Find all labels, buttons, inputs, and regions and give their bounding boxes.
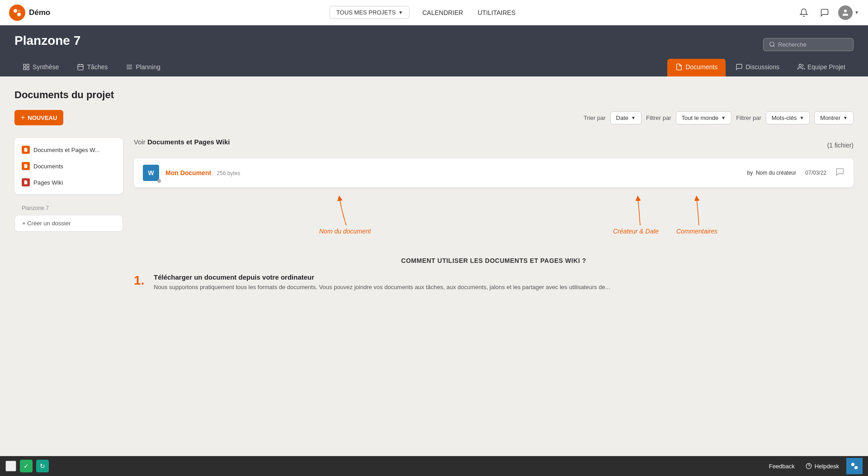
svg-rect-8 — [24, 67, 26, 70]
nav-center: TOUS MES PROJETS ▼ CALENDRIER UTILITAIRE… — [50, 6, 797, 19]
user-menu-btn[interactable]: ▼ — [838, 5, 859, 20]
tab-planning[interactable]: Planning — [118, 59, 169, 76]
create-folder-label: + Créer un dossier — [22, 220, 71, 227]
chevron-down-icon: ▼ — [854, 10, 859, 15]
folder-name: Documents et Pages Wiki — [147, 138, 230, 146]
svg-rect-7 — [27, 64, 29, 67]
tab-planning-label: Planning — [136, 63, 160, 71]
new-btn-label: NOUVEAU — [28, 114, 57, 121]
planning-icon — [126, 63, 133, 71]
create-folder-btn[interactable]: + Créer un dossier — [14, 215, 123, 232]
feedback-btn[interactable]: Feedback — [765, 461, 798, 471]
helpdesk-btn[interactable]: Helpdesk — [802, 461, 843, 471]
svg-point-20 — [851, 463, 854, 466]
doc-metadata: by Nom du créateur 07/03/22 — [747, 167, 844, 179]
project-title-row: Planzone 7 — [14, 33, 854, 55]
tab-taches[interactable]: Tâches — [69, 59, 116, 76]
all-projects-btn[interactable]: TOUS MES PROJETS ▼ — [330, 6, 410, 19]
filter2-value: Mots-clés — [772, 114, 797, 121]
see-label: Voir — [134, 138, 146, 146]
tab-taches-label: Tâches — [87, 63, 108, 71]
doc-main-area: Voir Documents et Pages Wiki (1 fichier)… — [134, 138, 854, 297]
right-tabs: Documents Discussions Equipe Projet — [667, 59, 854, 76]
new-button[interactable]: + NOUVEAU — [14, 110, 63, 125]
helpdesk-icon — [806, 463, 812, 469]
planzone-icon-btn[interactable] — [846, 458, 863, 474]
tab-synthese[interactable]: Synthèse — [14, 59, 67, 76]
sort-value: Date — [616, 114, 628, 121]
project-header: Planzone 7 Synthèse Tâches — [0, 25, 868, 76]
svg-line-5 — [774, 46, 775, 47]
tab-documents[interactable]: Documents — [667, 59, 726, 76]
doc-date: 07/03/22 — [805, 170, 826, 176]
chevron-down-icon: ▼ — [843, 115, 848, 120]
folder-list: Documents et Pages W... Documents Pages … — [14, 138, 123, 194]
svg-point-2 — [18, 10, 20, 12]
doc-name-annotation: Nom du document — [319, 228, 371, 235]
folder-header: Voir Documents et Pages Wiki — [134, 138, 230, 146]
document-name[interactable]: Mon Document — [165, 169, 211, 176]
filter-people-btn[interactable]: Tout le monde ▼ — [676, 111, 732, 124]
comments-arrow — [685, 194, 712, 230]
help-item-number: 1. — [134, 273, 147, 292]
show-btn[interactable]: Montrer ▼ — [814, 111, 854, 124]
top-navigation: Démo TOUS MES PROJETS ▼ CALENDRIER UTILI… — [0, 0, 868, 25]
doc-info: Mon Document 256 bytes — [165, 169, 241, 177]
help-item-1: 1. Télécharger un document depuis votre … — [134, 273, 854, 292]
project-tabs: Synthèse Tâches Planning — [14, 59, 854, 76]
expand-btn[interactable]: ‹ — [5, 461, 16, 471]
comments-annotation: Commentaires — [676, 228, 717, 235]
search-input[interactable] — [778, 41, 846, 48]
sidebar-item-pages-wiki[interactable]: Pages Wiki — [14, 174, 123, 190]
tasks-icon — [77, 63, 84, 71]
utilities-btn[interactable]: UTILITAIRES — [476, 6, 517, 19]
folder-header-row: Voir Documents et Pages Wiki (1 fichier) — [134, 138, 854, 152]
sidebar-item-docs-wiki[interactable]: Documents et Pages W... — [14, 142, 123, 158]
svg-rect-6 — [24, 64, 26, 67]
toolbar: + NOUVEAU Trier par Date ▼ Filtrer par T… — [14, 110, 854, 125]
filter1-value: Tout le monde — [682, 114, 719, 121]
sidebar-item-documents[interactable]: Documents — [14, 158, 123, 174]
search-icon — [769, 41, 775, 48]
svg-point-0 — [14, 9, 17, 13]
show-label: Montrer — [820, 114, 840, 121]
help-section: COMMENT UTILISER LES DOCUMENTS ET PAGES … — [134, 257, 854, 292]
document-size: 256 bytes — [217, 170, 241, 176]
sidebar-item-label: Documents et Pages W... — [33, 147, 100, 153]
sync-btn[interactable]: ↻ — [36, 460, 49, 472]
tab-equipe[interactable]: Equipe Projet — [789, 59, 854, 76]
chevron-down-icon: ▼ — [398, 10, 403, 15]
doc-comments-icon[interactable] — [835, 167, 844, 179]
logo-area[interactable]: Démo — [9, 5, 50, 21]
filter2-label: Filtrer par — [736, 114, 761, 121]
sidebar-item-label: Pages Wiki — [33, 179, 63, 186]
creator-arrow — [627, 194, 654, 230]
notifications-btn[interactable] — [797, 5, 811, 20]
document-card: W Mon Document 256 bytes by Nom du créat… — [134, 158, 854, 187]
helpdesk-label: Helpdesk — [815, 463, 839, 470]
toolbar-filters: Trier par Date ▼ Filtrer par Tout le mon… — [584, 111, 854, 124]
help-item-title: Télécharger un document depuis votre ord… — [154, 273, 854, 281]
main-content: Documents du projet + NOUVEAU Trier par … — [0, 76, 868, 393]
search-box[interactable] — [763, 38, 854, 51]
calendar-btn[interactable]: CALENDRIER — [420, 6, 465, 19]
svg-point-17 — [799, 64, 801, 67]
creator-date-annotation: Créateur & Date — [613, 228, 659, 235]
folder-doc-icon — [22, 146, 30, 154]
plus-icon: + — [21, 114, 25, 122]
svg-point-21 — [854, 466, 858, 469]
sort-label: Trier par — [584, 114, 606, 121]
sort-date-btn[interactable]: Date ▼ — [610, 111, 642, 124]
sidebar: Documents et Pages W... Documents Pages … — [14, 138, 123, 297]
discuss-icon — [736, 63, 743, 71]
check-btn[interactable]: ✓ — [20, 460, 33, 472]
chevron-down-icon: ▼ — [721, 115, 726, 120]
messages-btn[interactable] — [817, 5, 832, 20]
help-item-desc: Nous supportons pratiquement tous les fo… — [154, 283, 854, 292]
filter-keywords-btn[interactable]: Mots-clés ▼ — [766, 111, 810, 124]
tab-equipe-label: Equipe Projet — [807, 63, 845, 71]
tab-discussions[interactable]: Discussions — [727, 59, 788, 76]
chevron-down-icon: ▼ — [799, 115, 804, 120]
bottom-bar: ‹ ✓ ↻ Feedback Helpdesk — [0, 456, 868, 476]
help-item-content: Télécharger un document depuis votre ord… — [154, 273, 854, 292]
